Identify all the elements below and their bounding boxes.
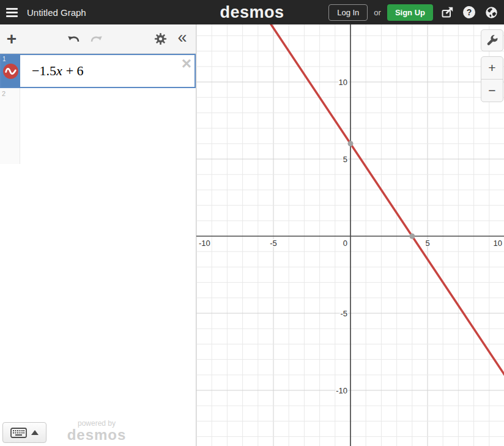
expression-row[interactable]: 1 −1.5x+ 6 × <box>0 54 196 88</box>
log-in-button[interactable]: Log In <box>328 4 368 21</box>
expression-constant: + 6 <box>66 63 84 79</box>
hamburger-icon <box>6 8 18 10</box>
graph-paper[interactable]: -10-55100105-5-10 + − <box>196 24 504 446</box>
expression-toolbar: + <box>0 24 196 54</box>
expression-coefficient: −1.5 <box>32 63 56 79</box>
hamburger-icon <box>6 12 18 13</box>
hamburger-icon <box>6 15 18 17</box>
wrench-icon <box>486 34 499 47</box>
next-expression-gutter: 2 <box>0 88 20 164</box>
main-menu-button[interactable] <box>1 0 22 24</box>
or-label: or <box>374 8 381 17</box>
next-row-number: 2 <box>2 90 6 97</box>
watermark-line2: desmos <box>57 428 136 442</box>
next-expression-row[interactable]: 2 <box>0 88 196 164</box>
graph-settings-button[interactable] <box>150 24 170 53</box>
language-button[interactable] <box>483 0 499 24</box>
curve-style-icon <box>2 63 19 80</box>
graph-canvas[interactable]: -10-55100105-5-10 <box>196 24 504 446</box>
add-expression-button[interactable]: + <box>2 24 21 53</box>
expression-row-number: 1 <box>2 56 6 62</box>
account-controls: Log In or Sign Up ? <box>328 0 499 24</box>
help-button[interactable]: ? <box>461 0 477 24</box>
expression-variable: x <box>56 63 62 79</box>
share-icon <box>440 6 454 20</box>
axis-tick-label: -5 <box>270 239 277 248</box>
axis-tick-label: 0 <box>343 239 347 248</box>
help-icon: ? <box>463 6 475 18</box>
desmos-app: Untitled Graph desmos Log In or Sign Up … <box>0 0 504 446</box>
zoom-out-button[interactable]: − <box>481 80 503 102</box>
axis-tick-label: -10 <box>336 386 347 395</box>
keypad-toggle-button[interactable] <box>2 422 46 443</box>
chevron-up-icon <box>31 430 39 435</box>
globe-icon <box>485 6 498 19</box>
share-button[interactable] <box>439 0 455 24</box>
point-of-interest[interactable] <box>348 141 354 146</box>
expression-input[interactable]: −1.5x+ 6 <box>20 55 195 87</box>
top-bar: Untitled Graph desmos Log In or Sign Up … <box>0 0 504 24</box>
expression-panel: + <box>0 24 196 446</box>
redo-button[interactable] <box>87 24 106 53</box>
axis-tick-label: 10 <box>494 239 502 248</box>
axis-tick-label: 10 <box>339 78 347 87</box>
gear-icon <box>154 32 168 46</box>
graph-settings-wrench-button[interactable] <box>481 29 503 51</box>
undo-button[interactable] <box>64 24 83 53</box>
axis-tick-label: -5 <box>340 309 347 318</box>
powered-by-watermark: powered by desmos <box>57 420 136 442</box>
help-glyph: ? <box>467 7 472 17</box>
axis-tick-label: 5 <box>343 155 347 164</box>
graph-title[interactable]: Untitled Graph <box>27 7 86 18</box>
axis-tick-label: 5 <box>425 239 429 248</box>
axis-tick-label: -10 <box>199 239 210 248</box>
desmos-logo: desmos <box>220 3 284 22</box>
delete-expression-button[interactable]: × <box>182 55 191 72</box>
undo-icon <box>65 32 81 46</box>
point-of-interest[interactable] <box>409 234 415 239</box>
collapse-panel-button[interactable]: « <box>172 24 192 53</box>
zoom-in-button[interactable]: + <box>481 57 503 80</box>
redo-icon <box>89 32 105 46</box>
expression-gutter[interactable]: 1 <box>1 55 20 87</box>
keyboard-icon <box>10 428 27 438</box>
zoom-controls: + − <box>481 56 503 102</box>
sign-up-button[interactable]: Sign Up <box>387 4 433 21</box>
